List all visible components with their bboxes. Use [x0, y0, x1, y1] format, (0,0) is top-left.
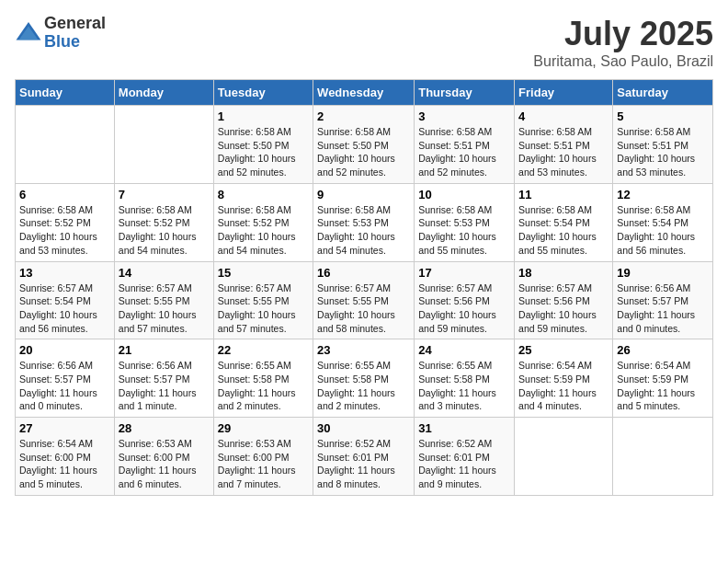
day-number: 19 — [617, 266, 709, 280]
day-number: 12 — [617, 188, 709, 201]
day-cell: 26Sunrise: 6:54 AM Sunset: 5:59 PM Dayli… — [613, 339, 713, 418]
day-cell: 28Sunrise: 6:53 AM Sunset: 6:00 PM Dayli… — [114, 418, 213, 496]
day-cell: 8Sunrise: 6:58 AM Sunset: 5:52 PM Daylig… — [213, 183, 313, 261]
col-header-thursday: Thursday — [415, 80, 515, 106]
day-cell: 16Sunrise: 6:57 AM Sunset: 5:55 PM Dayli… — [313, 261, 415, 339]
title-block: July 2025 Buritama, Sao Paulo, Brazil — [533, 15, 713, 70]
day-cell: 25Sunrise: 6:54 AM Sunset: 5:59 PM Dayli… — [515, 339, 613, 418]
day-cell: 15Sunrise: 6:57 AM Sunset: 5:55 PM Dayli… — [213, 261, 313, 339]
logo-general: General — [44, 15, 106, 33]
week-row-2: 6Sunrise: 6:58 AM Sunset: 5:52 PM Daylig… — [16, 183, 713, 261]
week-row-5: 27Sunrise: 6:54 AM Sunset: 6:00 PM Dayli… — [16, 418, 713, 496]
day-info: Sunrise: 6:58 AM Sunset: 5:54 PM Dayligh… — [617, 203, 709, 258]
col-header-monday: Monday — [114, 80, 213, 106]
day-cell: 14Sunrise: 6:57 AM Sunset: 5:55 PM Dayli… — [114, 261, 213, 339]
day-cell: 19Sunrise: 6:56 AM Sunset: 5:57 PM Dayli… — [613, 261, 713, 339]
day-info: Sunrise: 6:58 AM Sunset: 5:51 PM Dayligh… — [518, 125, 609, 179]
day-cell: 21Sunrise: 6:56 AM Sunset: 5:57 PM Dayli… — [114, 339, 213, 418]
day-cell — [114, 106, 213, 184]
day-info: Sunrise: 6:53 AM Sunset: 6:00 PM Dayligh… — [218, 437, 309, 491]
day-info: Sunrise: 6:58 AM Sunset: 5:54 PM Dayligh… — [518, 203, 609, 258]
header-row: SundayMondayTuesdayWednesdayThursdayFrid… — [16, 80, 713, 106]
day-info: Sunrise: 6:58 AM Sunset: 5:52 PM Dayligh… — [119, 203, 210, 258]
day-info: Sunrise: 6:58 AM Sunset: 5:50 PM Dayligh… — [218, 125, 309, 179]
day-cell: 22Sunrise: 6:55 AM Sunset: 5:58 PM Dayli… — [213, 339, 313, 418]
day-info: Sunrise: 6:55 AM Sunset: 5:58 PM Dayligh… — [317, 359, 410, 413]
day-info: Sunrise: 6:58 AM Sunset: 5:53 PM Dayligh… — [317, 203, 410, 258]
day-number: 25 — [518, 343, 609, 357]
day-info: Sunrise: 6:58 AM Sunset: 5:53 PM Dayligh… — [418, 203, 510, 258]
day-number: 23 — [317, 343, 410, 357]
day-info: Sunrise: 6:53 AM Sunset: 6:00 PM Dayligh… — [119, 437, 210, 491]
week-row-4: 20Sunrise: 6:56 AM Sunset: 5:57 PM Dayli… — [16, 339, 713, 418]
day-info: Sunrise: 6:52 AM Sunset: 6:01 PM Dayligh… — [317, 437, 410, 491]
day-info: Sunrise: 6:54 AM Sunset: 5:59 PM Dayligh… — [518, 359, 609, 413]
week-row-3: 13Sunrise: 6:57 AM Sunset: 5:54 PM Dayli… — [16, 261, 713, 339]
day-cell — [16, 106, 115, 184]
day-info: Sunrise: 6:54 AM Sunset: 5:59 PM Dayligh… — [617, 359, 709, 413]
day-info: Sunrise: 6:58 AM Sunset: 5:52 PM Dayligh… — [19, 203, 110, 258]
day-number: 17 — [418, 266, 510, 280]
day-number: 14 — [119, 266, 210, 280]
day-number: 16 — [317, 266, 410, 280]
day-number: 30 — [317, 421, 410, 435]
col-header-wednesday: Wednesday — [313, 80, 415, 106]
day-info: Sunrise: 6:56 AM Sunset: 5:57 PM Dayligh… — [19, 359, 110, 413]
calendar-title: July 2025 — [533, 15, 713, 53]
day-cell: 24Sunrise: 6:55 AM Sunset: 5:58 PM Dayli… — [415, 339, 515, 418]
day-number: 13 — [19, 266, 110, 280]
day-cell — [613, 418, 713, 496]
day-number: 11 — [518, 188, 609, 201]
day-number: 20 — [19, 343, 110, 357]
day-cell: 23Sunrise: 6:55 AM Sunset: 5:58 PM Dayli… — [313, 339, 415, 418]
day-cell: 1Sunrise: 6:58 AM Sunset: 5:50 PM Daylig… — [213, 106, 313, 184]
day-cell: 18Sunrise: 6:57 AM Sunset: 5:56 PM Dayli… — [515, 261, 613, 339]
day-number: 10 — [418, 188, 510, 201]
day-info: Sunrise: 6:58 AM Sunset: 5:51 PM Dayligh… — [617, 125, 709, 179]
day-number: 21 — [119, 343, 210, 357]
day-cell: 13Sunrise: 6:57 AM Sunset: 5:54 PM Dayli… — [16, 261, 115, 339]
day-cell: 20Sunrise: 6:56 AM Sunset: 5:57 PM Dayli… — [16, 339, 115, 418]
day-cell: 30Sunrise: 6:52 AM Sunset: 6:01 PM Dayli… — [313, 418, 415, 496]
day-info: Sunrise: 6:57 AM Sunset: 5:56 PM Dayligh… — [418, 282, 510, 336]
day-cell: 3Sunrise: 6:58 AM Sunset: 5:51 PM Daylig… — [415, 106, 515, 184]
day-info: Sunrise: 6:56 AM Sunset: 5:57 PM Dayligh… — [617, 282, 709, 336]
page-header: General Blue July 2025 Buritama, Sao Pau… — [15, 15, 713, 70]
day-number: 2 — [317, 109, 410, 123]
calendar-subtitle: Buritama, Sao Paulo, Brazil — [533, 53, 713, 70]
logo: General Blue — [15, 15, 106, 52]
day-info: Sunrise: 6:57 AM Sunset: 5:54 PM Dayligh… — [19, 282, 110, 336]
day-number: 18 — [518, 266, 609, 280]
week-row-1: 1Sunrise: 6:58 AM Sunset: 5:50 PM Daylig… — [16, 106, 713, 184]
logo-blue: Blue — [44, 33, 106, 52]
day-number: 9 — [317, 188, 410, 201]
day-number: 26 — [617, 343, 709, 357]
day-info: Sunrise: 6:57 AM Sunset: 5:55 PM Dayligh… — [218, 282, 309, 336]
day-info: Sunrise: 6:58 AM Sunset: 5:51 PM Dayligh… — [418, 125, 510, 179]
day-info: Sunrise: 6:55 AM Sunset: 5:58 PM Dayligh… — [218, 359, 309, 413]
day-number: 27 — [19, 421, 110, 435]
day-cell: 6Sunrise: 6:58 AM Sunset: 5:52 PM Daylig… — [16, 183, 115, 261]
day-cell: 27Sunrise: 6:54 AM Sunset: 6:00 PM Dayli… — [16, 418, 115, 496]
day-cell: 11Sunrise: 6:58 AM Sunset: 5:54 PM Dayli… — [515, 183, 613, 261]
day-cell: 29Sunrise: 6:53 AM Sunset: 6:00 PM Dayli… — [213, 418, 313, 496]
day-number: 8 — [218, 188, 309, 201]
day-number: 5 — [617, 109, 709, 123]
day-number: 1 — [218, 109, 309, 123]
calendar-table: SundayMondayTuesdayWednesdayThursdayFrid… — [15, 79, 713, 496]
day-info: Sunrise: 6:54 AM Sunset: 6:00 PM Dayligh… — [19, 437, 110, 491]
day-cell — [515, 418, 613, 496]
day-info: Sunrise: 6:57 AM Sunset: 5:55 PM Dayligh… — [119, 282, 210, 336]
day-cell: 2Sunrise: 6:58 AM Sunset: 5:50 PM Daylig… — [313, 106, 415, 184]
day-number: 15 — [218, 266, 309, 280]
day-number: 6 — [19, 188, 110, 201]
col-header-saturday: Saturday — [613, 80, 713, 106]
col-header-sunday: Sunday — [16, 80, 115, 106]
day-cell: 4Sunrise: 6:58 AM Sunset: 5:51 PM Daylig… — [515, 106, 613, 184]
day-cell: 31Sunrise: 6:52 AM Sunset: 6:01 PM Dayli… — [415, 418, 515, 496]
day-info: Sunrise: 6:52 AM Sunset: 6:01 PM Dayligh… — [418, 437, 510, 491]
day-info: Sunrise: 6:58 AM Sunset: 5:50 PM Dayligh… — [317, 125, 410, 179]
day-cell: 10Sunrise: 6:58 AM Sunset: 5:53 PM Dayli… — [415, 183, 515, 261]
col-header-friday: Friday — [515, 80, 613, 106]
day-cell: 12Sunrise: 6:58 AM Sunset: 5:54 PM Dayli… — [613, 183, 713, 261]
